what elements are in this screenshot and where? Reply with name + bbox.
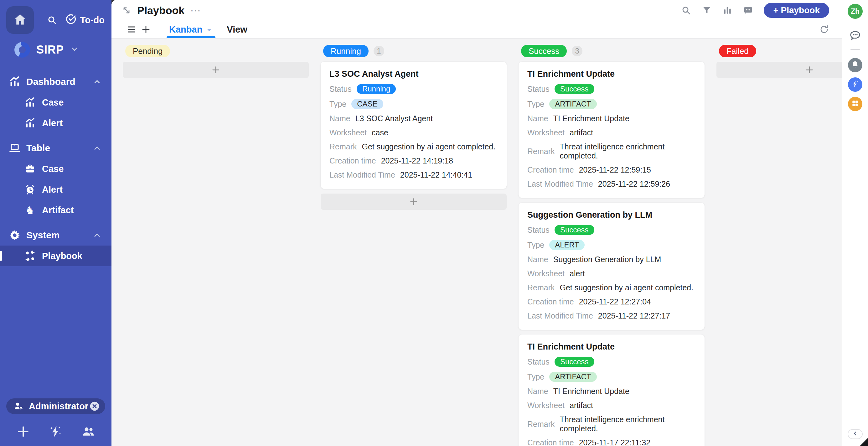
bar-chart-icon[interactable]: [722, 5, 733, 16]
sidebar-item-case[interactable]: Case: [0, 158, 112, 179]
add-card-button[interactable]: [123, 62, 309, 78]
sidebar-section-system[interactable]: System: [0, 225, 112, 245]
card-title: TI Enrichment Update: [527, 69, 696, 79]
sidebar-section-dashboard[interactable]: Dashboard: [0, 71, 112, 92]
workspace-switcher[interactable]: SIRP: [0, 42, 112, 58]
sidebar-item-alert[interactable]: Alert: [0, 179, 112, 200]
card-title: TI Enrichment Update: [527, 342, 696, 352]
right-rail: Zh: [842, 0, 868, 446]
briefcase-icon: [24, 163, 36, 174]
column-header: Running1: [323, 44, 507, 58]
add-view-icon[interactable]: [141, 24, 151, 34]
gear-icon: [9, 229, 21, 241]
card-field-row: Creation time2025-11-17 22:11:32: [527, 438, 696, 446]
column-status-badge[interactable]: Running: [323, 45, 369, 57]
chat-bubble-icon[interactable]: [849, 29, 861, 41]
avatar[interactable]: Zh: [848, 4, 863, 19]
add-card-button[interactable]: [716, 62, 842, 78]
card-field-row: Worksheetcase: [330, 128, 498, 137]
kanban-column-failed: Failed: [716, 44, 842, 446]
card-type-pill: ARTIFACT: [549, 372, 597, 382]
magic-bolt-icon[interactable]: [49, 425, 63, 439]
column-status-badge[interactable]: Failed: [719, 45, 756, 57]
page-header: Playbook ⋯ + Playbook: [112, 0, 842, 21]
tab-kanban[interactable]: Kanban: [162, 21, 220, 38]
divider: [850, 49, 860, 50]
add-button[interactable]: [16, 425, 30, 439]
administrator-pill[interactable]: Administrator: [6, 398, 105, 414]
tab-view[interactable]: View: [220, 21, 254, 38]
card-field-row: RemarkGet suggestion by ai agent complet…: [330, 142, 498, 151]
members-icon[interactable]: [82, 425, 95, 439]
view-list-icon[interactable]: [126, 24, 136, 34]
column-header: Pending: [125, 44, 309, 58]
filter-icon[interactable]: [702, 5, 712, 16]
kanban-card[interactable]: TI Enrichment UpdateStatusSuccessTypeART…: [519, 62, 705, 198]
column-status-badge[interactable]: Success: [521, 45, 567, 57]
view-toolbar: Kanban View: [112, 21, 842, 39]
apps-button[interactable]: [848, 97, 862, 111]
sidebar-item-playbook[interactable]: Playbook: [0, 245, 112, 266]
kanban-card[interactable]: Suggestion Generation by LLMStatusSucces…: [519, 203, 705, 330]
sidebar-item-label: Alert: [42, 118, 63, 128]
cursor-artifact: [860, 438, 868, 446]
sidebar-section-table[interactable]: Table: [0, 138, 112, 158]
sidebar-item-alert[interactable]: Alert: [0, 113, 112, 133]
chevron-up-icon: [93, 144, 101, 152]
notifications-button[interactable]: [848, 58, 862, 72]
refresh-icon[interactable]: [819, 24, 829, 34]
todo-label: To-do: [80, 15, 104, 25]
column-header: Success3: [521, 44, 705, 58]
sidebar-section-label: System: [26, 230, 93, 241]
column-header: Failed: [719, 44, 842, 58]
bell-icon: [851, 60, 859, 70]
card-remark-value: Get suggestion by ai agent completed.: [362, 142, 496, 151]
card-field-row: NameL3 SOC Analyst Agent: [330, 114, 498, 123]
expand-diagonal-icon[interactable]: [122, 5, 131, 16]
sidebar-item-case[interactable]: Case: [0, 92, 112, 113]
card-field-row: NameTI Enrichment Update: [527, 387, 696, 396]
column-count-badge: 1: [374, 46, 384, 56]
sidebar-section-label: Dashboard: [26, 77, 93, 87]
chart-trend-icon: [24, 117, 36, 129]
comment-icon[interactable]: [743, 5, 753, 16]
card-field-row: Last Modified Time2025-11-22 12:59:26: [527, 179, 696, 188]
kanban-board: PendingRunning1L3 SOC Analyst AgentStatu…: [112, 39, 842, 446]
search-icon[interactable]: [681, 5, 691, 16]
card-title: Suggestion Generation by LLM: [527, 210, 696, 220]
more-options-icon[interactable]: ⋯: [190, 7, 202, 13]
card-field-row: StatusRunning: [330, 84, 498, 94]
column-status-badge[interactable]: Pending: [125, 45, 170, 57]
home-icon: [13, 12, 27, 28]
todo-button[interactable]: To-do: [65, 13, 104, 27]
card-worksheet-value: artifact: [569, 128, 593, 137]
card-field-row: Creation time2025-11-22 12:27:04: [527, 297, 696, 306]
add-card-button[interactable]: [321, 194, 507, 210]
app-root: To-do SIRP DashboardCaseAlertTableCaseAl…: [0, 0, 868, 446]
sidebar-item-label: Playbook: [42, 251, 82, 261]
kanban-card[interactable]: TI Enrichment UpdateStatusSuccessTypeART…: [519, 334, 705, 446]
card-field-row: Worksheetartifact: [527, 401, 696, 410]
kanban-column-success: Success3TI Enrichment UpdateStatusSucces…: [519, 44, 705, 446]
automation-button[interactable]: [848, 77, 862, 92]
chart-trend-icon: [24, 97, 36, 108]
sidebar-item-artifact[interactable]: ♞Artifact: [0, 200, 112, 220]
main-area: Playbook ⋯ + Playbook K: [112, 0, 842, 446]
laptop-icon: [9, 142, 21, 154]
card-field-row: TypeARTIFACT: [527, 99, 696, 109]
card-modified-time-value: 2025-11-22 12:59:26: [598, 179, 670, 188]
home-button[interactable]: [6, 6, 34, 34]
card-field-row: Creation time2025-11-22 14:19:18: [330, 156, 498, 166]
kanban-column-running: Running1L3 SOC Analyst AgentStatusRunnin…: [321, 44, 507, 446]
new-playbook-button[interactable]: + Playbook: [764, 3, 829, 18]
kanban-card[interactable]: L3 SOC Analyst AgentStatusRunningTypeCAS…: [321, 62, 507, 189]
card-name-value: L3 SOC Analyst Agent: [355, 114, 433, 123]
card-status-pill: Running: [356, 84, 396, 94]
search-icon[interactable]: [47, 15, 57, 25]
card-status-pill: Success: [555, 225, 594, 235]
card-field-row: RemarkThreat intelligence enrichment com…: [527, 142, 696, 160]
close-circle-icon[interactable]: [89, 400, 100, 412]
card-field-row: StatusSuccess: [527, 225, 696, 235]
card-remark-value: Threat intelligence enrichment completed…: [560, 415, 696, 433]
knight-icon: ♞: [24, 205, 36, 216]
